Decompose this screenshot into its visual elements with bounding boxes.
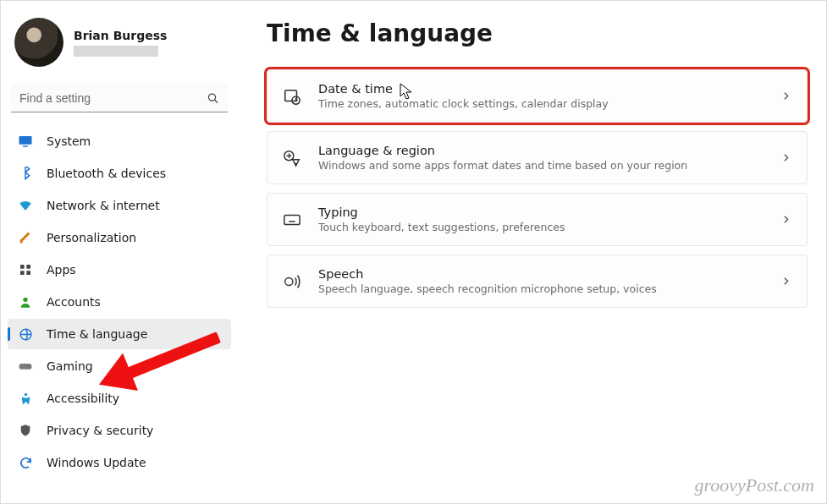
sidebar-item-accounts[interactable]: Accounts bbox=[8, 287, 231, 317]
keyboard-icon bbox=[283, 211, 301, 229]
chevron-right-icon bbox=[780, 214, 791, 225]
sidebar-item-gaming[interactable]: Gaming bbox=[8, 351, 231, 381]
svg-rect-12 bbox=[285, 90, 297, 101]
person-icon bbox=[18, 294, 33, 310]
chevron-right-icon bbox=[780, 152, 791, 163]
sidebar-item-label: Gaming bbox=[47, 359, 93, 373]
sidebar-item-label: Personalization bbox=[47, 231, 136, 244]
chevron-right-icon bbox=[780, 90, 791, 101]
user-block[interactable]: Brian Burgess bbox=[8, 13, 231, 72]
svg-line-1 bbox=[215, 100, 218, 103]
card-typing[interactable]: Typing Touch keyboard, text suggestions,… bbox=[267, 193, 808, 246]
svg-rect-6 bbox=[20, 271, 25, 275]
brush-icon bbox=[18, 230, 33, 245]
sidebar-item-time-language[interactable]: Time & language bbox=[8, 319, 231, 349]
search-wrap bbox=[11, 84, 228, 112]
sidebar-item-personalization[interactable]: Personalization bbox=[8, 222, 231, 253]
card-subtitle: Touch keyboard, text suggestions, prefer… bbox=[318, 221, 764, 233]
card-subtitle: Windows and some apps format dates and t… bbox=[318, 159, 764, 172]
card-subtitle: Time zones, automatic clock settings, ca… bbox=[318, 97, 764, 110]
sidebar-item-label: Time & language bbox=[47, 327, 147, 341]
search-input[interactable] bbox=[11, 84, 228, 112]
sidebar-item-label: Apps bbox=[47, 263, 76, 277]
svg-point-8 bbox=[23, 298, 27, 302]
sidebar-item-label: Accessibility bbox=[47, 392, 119, 405]
card-title: Speech bbox=[318, 267, 764, 281]
svg-rect-4 bbox=[20, 265, 25, 269]
card-language-region[interactable]: Language & region Windows and some apps … bbox=[267, 131, 808, 184]
sidebar-item-label: Privacy & security bbox=[47, 424, 153, 437]
speech-icon bbox=[283, 272, 301, 291]
svg-rect-3 bbox=[23, 145, 28, 147]
svg-rect-7 bbox=[26, 271, 30, 275]
card-date-time[interactable]: Date & time Time zones, automatic clock … bbox=[267, 69, 808, 123]
card-speech[interactable]: Speech Speech language, speech recogniti… bbox=[267, 255, 808, 308]
clock-globe-icon bbox=[18, 326, 33, 342]
update-icon bbox=[18, 455, 33, 470]
language-icon bbox=[283, 149, 301, 167]
card-title: Language & region bbox=[318, 144, 764, 157]
card-subtitle: Speech language, speech recognition micr… bbox=[318, 282, 764, 295]
svg-rect-15 bbox=[284, 215, 300, 224]
svg-point-11 bbox=[24, 392, 27, 396]
search-icon bbox=[207, 92, 219, 105]
sidebar-item-accessibility[interactable]: Accessibility bbox=[8, 383, 231, 414]
sidebar-item-privacy[interactable]: Privacy & security bbox=[8, 415, 231, 446]
svg-point-0 bbox=[209, 94, 216, 101]
sidebar-item-label: System bbox=[47, 134, 91, 148]
user-email-redacted bbox=[74, 46, 158, 57]
sidebar-item-bluetooth[interactable]: Bluetooth & devices bbox=[8, 158, 231, 189]
main: Time & language Date & time Time zones, … bbox=[238, 1, 826, 503]
sidebar-item-label: Accounts bbox=[47, 295, 101, 309]
monitor-icon bbox=[18, 134, 33, 149]
sidebar-item-label: Network & internet bbox=[47, 199, 160, 212]
calendar-clock-icon bbox=[283, 87, 301, 106]
svg-rect-10 bbox=[19, 364, 32, 370]
svg-point-16 bbox=[285, 277, 293, 285]
user-name: Brian Burgess bbox=[74, 29, 167, 42]
apps-icon bbox=[18, 262, 33, 277]
sidebar-item-system[interactable]: System bbox=[8, 126, 231, 156]
sidebar: Brian Burgess System Bluetooth & devices… bbox=[1, 1, 238, 503]
wifi-icon bbox=[18, 198, 33, 213]
avatar bbox=[14, 18, 63, 67]
accessibility-icon bbox=[18, 391, 33, 406]
sidebar-item-windows-update[interactable]: Windows Update bbox=[8, 447, 231, 478]
sidebar-item-network[interactable]: Network & internet bbox=[8, 190, 231, 221]
card-title: Date & time bbox=[318, 82, 764, 96]
chevron-right-icon bbox=[780, 276, 791, 287]
gamepad-icon bbox=[18, 359, 33, 374]
sidebar-item-label: Bluetooth & devices bbox=[47, 167, 166, 180]
card-title: Typing bbox=[318, 205, 764, 219]
svg-rect-5 bbox=[26, 265, 30, 269]
sidebar-item-label: Windows Update bbox=[47, 456, 146, 469]
svg-rect-2 bbox=[19, 136, 32, 145]
page-title: Time & language bbox=[267, 19, 808, 47]
sidebar-item-apps[interactable]: Apps bbox=[8, 255, 231, 285]
shield-icon bbox=[18, 423, 33, 438]
bluetooth-icon bbox=[18, 166, 33, 181]
nav: System Bluetooth & devices Network & int… bbox=[8, 126, 231, 478]
